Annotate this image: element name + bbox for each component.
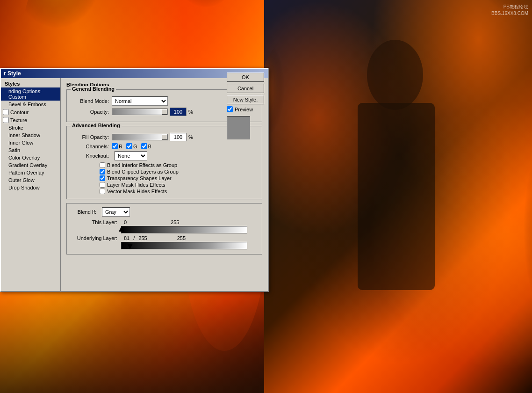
transparency-shapes-checkbox[interactable] <box>100 175 105 181</box>
blend-clipped-checkbox[interactable] <box>100 169 105 175</box>
style-item-drop-shadow[interactable]: Drop Shadow <box>1 184 60 191</box>
watermark-line1: PS教程论坛 <box>491 4 528 10</box>
transparency-shapes-row: Transparency Shapes Layer <box>100 175 257 181</box>
style-item-inner-shadow[interactable]: Inner Shadow <box>1 131 60 139</box>
this-layer-min: 0 <box>124 219 127 225</box>
main-container: PS教程论坛 BBS.16XX8.COM r Style Styles ndin… <box>0 0 532 393</box>
channel-g-checkbox[interactable] <box>126 143 132 149</box>
opacity-label: Opacity: <box>72 109 109 115</box>
layer-style-dialog: r Style Styles nding Options: Custom Bev… <box>0 68 269 292</box>
advanced-checkboxes: Blend Interior Effects as Group Blend Cl… <box>72 162 257 194</box>
knockout-select[interactable]: None Shallow Deep <box>115 151 147 160</box>
this-layer-thumb-left[interactable] <box>119 226 124 232</box>
watermark: PS教程论坛 BBS.16XX8.COM <box>491 4 528 17</box>
fill-opacity-label: Fill Opacity: <box>72 134 109 140</box>
channels-label: Channels: <box>72 144 109 149</box>
blend-if-section: Blend If: Gray Red Green Blue This Layer… <box>66 203 262 255</box>
underlying-thumb-left[interactable] <box>127 244 133 249</box>
style-item-inner-glow[interactable]: Inner Glow <box>1 139 60 146</box>
texture-checkbox[interactable] <box>3 117 9 123</box>
channel-r-checkbox[interactable] <box>112 143 118 149</box>
channel-r-text: R <box>119 144 122 149</box>
blend-interior-row: Blend Interior Effects as Group <box>100 162 257 168</box>
underlying-slash: / <box>133 235 135 241</box>
svg-point-5 <box>472 84 532 346</box>
blend-clipped-label: Blend Clipped Layers as Group <box>107 169 179 175</box>
opacity-percent: % <box>188 109 193 115</box>
style-item-satin[interactable]: Satin <box>1 146 60 154</box>
channel-g-label: G <box>126 143 137 149</box>
opacity-slider[interactable] <box>112 109 168 115</box>
fire-svg-right <box>264 0 532 393</box>
vector-mask-label: Vector Mask Hides Effects <box>107 189 167 194</box>
fill-opacity-slider[interactable] <box>112 134 168 140</box>
transparency-shapes-label: Transparency Shapes Layer <box>107 175 172 181</box>
blend-interior-label: Blend Interior Effects as Group <box>107 162 177 168</box>
blend-clipped-row: Blend Clipped Layers as Group <box>100 169 257 175</box>
preview-label: Preview <box>235 107 253 112</box>
ok-button[interactable]: OK <box>227 73 264 82</box>
underlying-layer-container: Underlying Layer: 81 / 255 255 <box>71 235 258 249</box>
underlying-max: 255 <box>177 235 186 241</box>
underlying-slider-container <box>121 242 258 249</box>
bottom-gradient-left <box>0 290 264 393</box>
channel-b-label: B <box>141 143 151 149</box>
blend-if-select[interactable]: Gray Red Green Blue <box>102 207 130 217</box>
general-blending-title: General Blending <box>71 86 116 92</box>
preview-row: Preview <box>227 106 264 112</box>
blend-mode-select[interactable]: Normal <box>112 96 168 106</box>
svg-point-1 <box>140 0 234 75</box>
style-item-texture[interactable]: Texture <box>1 116 60 124</box>
vector-mask-checkbox[interactable] <box>100 189 105 194</box>
new-style-button[interactable]: New Style. <box>227 95 264 104</box>
blend-mode-label: Blend Mode: <box>72 98 109 104</box>
this-layer-max: 255 <box>171 219 179 225</box>
style-item-outer-glow[interactable]: Outer Glow <box>1 176 60 184</box>
blend-interior-checkbox[interactable] <box>100 162 105 168</box>
layer-mask-checkbox[interactable] <box>100 182 105 188</box>
knockout-row: Knockout: None Shallow Deep <box>72 151 257 160</box>
style-item-pattern-overlay[interactable]: Pattern Overlay <box>1 169 60 176</box>
this-layer-labels: This Layer: 0 255 <box>71 219 258 225</box>
layer-mask-row: Layer Mask Hides Effects <box>100 182 257 188</box>
cancel-button[interactable]: Cancel <box>227 84 264 93</box>
style-item-bevel[interactable]: Bevel & Emboss <box>1 101 60 108</box>
style-item-contour[interactable]: Contour <box>1 108 60 116</box>
underlying-layer-label: Underlying Layer: <box>71 235 117 241</box>
contour-checkbox[interactable] <box>3 109 9 115</box>
underlying-layer-labels: Underlying Layer: 81 / 255 255 <box>71 235 258 241</box>
fill-opacity-input[interactable] <box>170 133 187 141</box>
fill-opacity-percent: % <box>188 134 193 140</box>
styles-panel: Styles nding Options: Custom Bevel & Emb… <box>1 78 61 291</box>
style-item-blending[interactable]: nding Options: Custom <box>1 87 60 101</box>
bg-right <box>264 0 532 393</box>
advanced-blending-title: Advanced Blending <box>71 123 122 128</box>
this-layer-track <box>121 226 247 233</box>
this-layer-slider-container <box>121 226 258 233</box>
action-buttons: OK Cancel New Style. Preview <box>227 73 264 139</box>
style-item-gradient-overlay[interactable]: Gradient Overlay <box>1 161 60 169</box>
svg-point-6 <box>264 37 330 206</box>
channels-checkboxes: R G B <box>112 143 151 149</box>
watermark-line2: BBS.16XX8.COM <box>491 10 528 17</box>
style-item-stroke[interactable]: Stroke <box>1 124 60 131</box>
layer-mask-label: Layer Mask Hides Effects <box>107 182 165 188</box>
blend-if-label: Blend If: <box>71 209 96 215</box>
channel-r-label: R <box>112 143 122 149</box>
opacity-input[interactable] <box>170 108 187 116</box>
blend-if-row: Blend If: Gray Red Green Blue <box>71 207 258 217</box>
channel-b-checkbox[interactable] <box>141 143 147 149</box>
opacity-slider-container: % <box>112 108 193 116</box>
style-item-color-overlay[interactable]: Color Overlay <box>1 154 60 161</box>
svg-rect-8 <box>358 103 435 290</box>
underlying-mid: 255 <box>138 235 147 241</box>
channel-g-text: G <box>133 144 137 149</box>
underlying-track <box>121 242 247 249</box>
svg-point-7 <box>367 40 423 110</box>
channel-b-text: B <box>148 144 151 149</box>
underlying-min: 81 <box>124 235 129 241</box>
this-layer-label: This Layer: <box>71 219 117 225</box>
channels-row: Channels: R G <box>72 143 257 149</box>
this-layer-container: This Layer: 0 255 <box>71 219 258 233</box>
preview-checkbox[interactable] <box>227 106 233 112</box>
